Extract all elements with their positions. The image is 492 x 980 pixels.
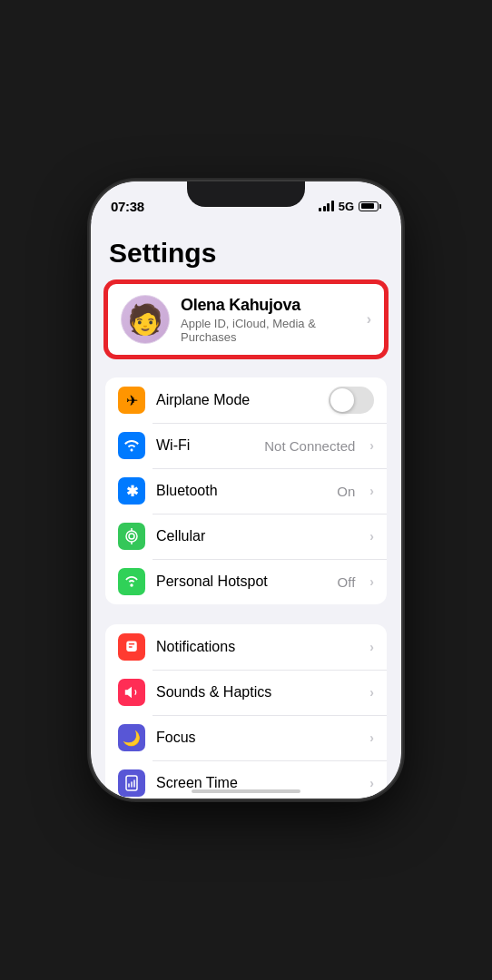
notifications-label: Notifications: [156, 639, 359, 655]
avatar: 🧑: [121, 295, 170, 344]
notifications-group: Notifications › Sounds & Haptics ›: [105, 624, 387, 799]
notch: [187, 181, 305, 207]
network-type: 5G: [339, 200, 354, 213]
status-icons: 5G: [319, 200, 381, 213]
screen-time-chevron-icon: ›: [369, 776, 374, 790]
content-area[interactable]: Settings 🧑 Olena Kahujova Apple ID, iClo…: [91, 221, 401, 799]
page-title: Settings: [91, 229, 401, 281]
battery-icon: [359, 201, 381, 211]
hotspot-row[interactable]: Personal Hotspot Off ›: [105, 559, 387, 604]
hotspot-icon: [118, 568, 145, 595]
airplane-mode-icon: ✈: [118, 387, 145, 414]
svg-point-0: [126, 531, 137, 542]
screen-time-icon: [118, 769, 145, 797]
bluetooth-row[interactable]: ✱ Bluetooth On ›: [105, 468, 387, 514]
wifi-chevron-icon: ›: [369, 438, 374, 453]
bluetooth-icon: ✱: [118, 477, 145, 505]
cellular-label: Cellular: [156, 528, 359, 544]
wifi-value: Not Connected: [264, 438, 355, 454]
cellular-icon: [118, 523, 145, 550]
sounds-row[interactable]: Sounds & Haptics ›: [105, 670, 387, 715]
cellular-row[interactable]: Cellular ›: [105, 514, 387, 559]
profile-chevron-icon: ›: [367, 311, 371, 328]
status-time: 07:38: [111, 199, 144, 214]
svg-rect-6: [129, 643, 135, 645]
phone-frame: 07:38 5G Settings: [91, 181, 401, 799]
sounds-label: Sounds & Haptics: [156, 684, 359, 701]
profile-text: Olena Kahujova Apple ID, iCloud, Media &…: [181, 296, 356, 344]
profile-name: Olena Kahujova: [181, 296, 356, 315]
connectivity-group: ✈ Airplane Mode Wi-Fi Not Connected: [105, 377, 387, 604]
cellular-chevron-icon: ›: [369, 529, 374, 544]
svg-point-4: [130, 583, 133, 587]
wifi-row[interactable]: Wi-Fi Not Connected ›: [105, 423, 387, 468]
profile-row[interactable]: 🧑 Olena Kahujova Apple ID, iCloud, Media…: [108, 284, 384, 355]
profile-section[interactable]: 🧑 Olena Kahujova Apple ID, iCloud, Media…: [105, 281, 387, 358]
bluetooth-value: On: [337, 484, 355, 499]
hotspot-chevron-icon: ›: [369, 574, 374, 589]
screen: 07:38 5G Settings: [91, 181, 401, 799]
profile-subtitle: Apple ID, iCloud, Media & Purchases: [181, 317, 356, 344]
airplane-mode-label: Airplane Mode: [156, 392, 318, 408]
sounds-chevron-icon: ›: [369, 685, 374, 700]
focus-row[interactable]: 🌙 Focus ›: [105, 715, 387, 760]
hotspot-value: Off: [338, 574, 356, 590]
hotspot-label: Personal Hotspot: [156, 573, 327, 590]
focus-icon: 🌙: [118, 724, 145, 751]
bluetooth-chevron-icon: ›: [369, 484, 374, 498]
svg-rect-7: [129, 646, 133, 648]
bluetooth-label: Bluetooth: [156, 483, 326, 499]
airplane-mode-row[interactable]: ✈ Airplane Mode: [105, 377, 387, 423]
airplane-mode-toggle[interactable]: [329, 387, 374, 414]
notifications-row[interactable]: Notifications ›: [105, 624, 387, 670]
home-indicator: [192, 789, 300, 793]
wifi-label: Wi-Fi: [156, 437, 253, 454]
toggle-knob: [330, 388, 354, 412]
focus-label: Focus: [156, 730, 359, 746]
wifi-icon: [118, 432, 145, 459]
svg-point-1: [129, 534, 134, 539]
signal-bars-icon: [319, 201, 334, 211]
notifications-icon: [118, 633, 145, 661]
notifications-chevron-icon: ›: [369, 640, 374, 654]
sounds-icon: [118, 679, 145, 706]
focus-chevron-icon: ›: [369, 730, 374, 745]
